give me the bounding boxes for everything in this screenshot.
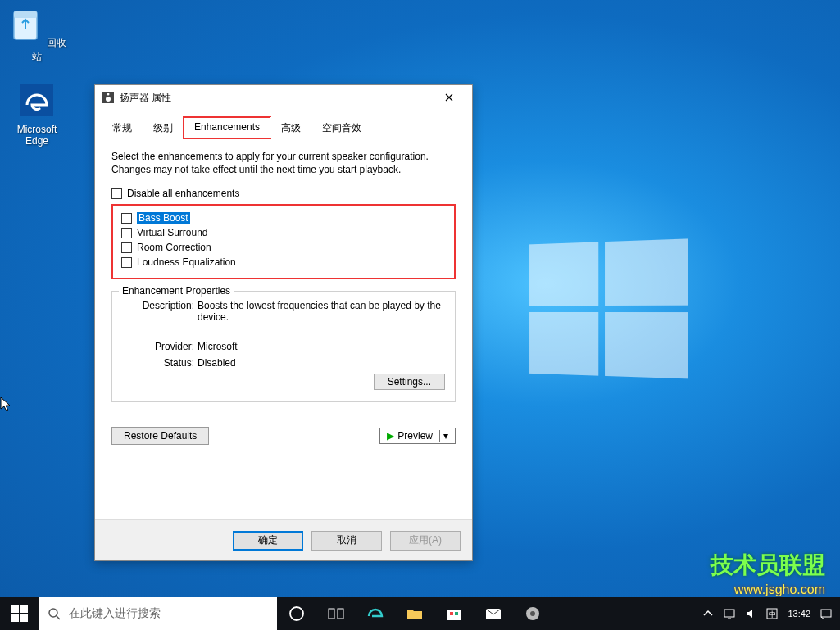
desktop: 回收站 Microsoft Edge 扬声器 属性 常规 级别 Enhancem… xyxy=(0,0,840,630)
checkbox-label: Disable all enhancements xyxy=(127,188,239,199)
recycle-bin-icon xyxy=(7,7,43,43)
ok-button[interactable]: 确定 xyxy=(233,531,303,551)
chevron-down-icon[interactable]: ▾ xyxy=(439,430,452,442)
svg-text:中: 中 xyxy=(769,610,776,619)
svg-rect-14 xyxy=(338,609,343,619)
cortana-icon xyxy=(288,605,306,623)
search-icon xyxy=(48,607,61,620)
tray-network-icon[interactable] xyxy=(724,608,735,619)
settings-button[interactable]: Settings... xyxy=(374,374,445,390)
enhancement-label: Bass Boost xyxy=(137,212,190,224)
tab-content: Select the enhancements to apply for you… xyxy=(95,138,472,519)
task-view-icon xyxy=(327,605,345,623)
play-icon: ▶ xyxy=(387,430,394,442)
svg-rect-15 xyxy=(447,610,461,620)
restore-defaults-button[interactable]: Restore Defaults xyxy=(111,427,209,445)
edge-icon xyxy=(366,605,384,623)
enhancement-label: Loudness Equalization xyxy=(137,256,236,268)
description-value: Boosts the lowest frequencies that can b… xyxy=(198,300,445,323)
checkbox-icon xyxy=(121,213,132,224)
checkbox-icon xyxy=(121,257,132,268)
svg-point-4 xyxy=(106,97,111,102)
enhancement-item-loudness-equalization[interactable]: Loudness Equalization xyxy=(121,256,446,268)
titlebar[interactable]: 扬声器 属性 xyxy=(95,85,472,110)
windows-logo-wallpaper xyxy=(529,238,690,383)
desktop-icon-label: Microsoft Edge xyxy=(7,124,67,147)
desktop-icon-edge[interactable]: Microsoft Edge xyxy=(7,82,67,147)
enhancement-properties-group: Enhancement Properties Description: Boos… xyxy=(111,291,456,402)
svg-point-5 xyxy=(107,93,110,96)
svg-point-20 xyxy=(530,611,535,616)
cortana-button[interactable] xyxy=(277,597,316,630)
preview-button[interactable]: ▶ Preview ▾ xyxy=(379,428,456,444)
group-legend: Enhancement Properties xyxy=(119,285,234,297)
disable-all-enhancements-checkbox[interactable]: Disable all enhancements xyxy=(111,188,456,199)
mouse-cursor-icon xyxy=(0,397,13,413)
tray-notifications-icon[interactable] xyxy=(820,608,832,619)
taskbar-app-store[interactable] xyxy=(434,597,474,630)
close-button[interactable] xyxy=(433,86,465,109)
dialog-footer: 确定 取消 应用(A) xyxy=(95,519,472,560)
svg-point-10 xyxy=(49,609,57,617)
mail-icon xyxy=(484,605,502,623)
svg-rect-21 xyxy=(724,610,734,617)
svg-rect-8 xyxy=(11,614,19,622)
description-label: Description: xyxy=(122,300,198,323)
speaker-properties-dialog: 扬声器 属性 常规 级别 Enhancements 高级 空间音效 Select… xyxy=(94,84,473,561)
speaker-app-icon xyxy=(524,605,542,623)
svg-rect-13 xyxy=(329,609,334,619)
provider-label: Provider: xyxy=(122,341,198,352)
taskbar-app-edge[interactable] xyxy=(356,597,395,630)
checkbox-icon xyxy=(121,228,132,238)
desktop-icon-recycle-bin[interactable]: 回收站 xyxy=(7,7,67,64)
tray-ime-icon[interactable]: 中 xyxy=(766,608,778,619)
svg-rect-7 xyxy=(20,605,28,613)
instructions-text: Select the enhancements to apply for you… xyxy=(111,150,456,176)
watermark-url: www.jsgho.com xyxy=(734,582,825,597)
svg-rect-2 xyxy=(20,84,53,116)
store-icon xyxy=(445,605,463,623)
taskbar-app-settings[interactable] xyxy=(513,597,552,630)
close-icon xyxy=(445,93,453,102)
tab-levels[interactable]: 级别 xyxy=(143,117,184,138)
search-placeholder: 在此键入进行搜索 xyxy=(69,606,161,621)
enhancements-list: Bass Boost Virtual Surround Room Correct… xyxy=(111,204,456,279)
enhancement-item-virtual-surround[interactable]: Virtual Surround xyxy=(121,227,446,238)
enhancement-label: Room Correction xyxy=(137,242,211,253)
start-button[interactable] xyxy=(0,597,39,630)
taskbar-search[interactable]: 在此键入进行搜索 xyxy=(39,597,277,630)
tab-general[interactable]: 常规 xyxy=(102,117,143,138)
svg-rect-17 xyxy=(455,612,458,615)
tab-enhancements[interactable]: Enhancements xyxy=(184,117,270,138)
apply-button[interactable]: 应用(A) xyxy=(390,531,461,551)
tray-volume-icon[interactable] xyxy=(745,608,756,619)
folder-icon xyxy=(406,605,424,623)
tab-spatial-sound[interactable]: 空间音效 xyxy=(311,117,372,138)
cancel-button[interactable]: 取消 xyxy=(311,531,382,551)
svg-rect-16 xyxy=(450,612,453,615)
preview-label: Preview xyxy=(397,430,433,442)
window-title: 扬声器 属性 xyxy=(120,91,433,105)
svg-rect-25 xyxy=(821,610,831,617)
edge-icon xyxy=(19,82,55,118)
tab-advanced[interactable]: 高级 xyxy=(270,117,311,138)
status-label: Status: xyxy=(122,357,198,369)
enhancement-label: Virtual Surround xyxy=(137,227,208,238)
tab-strip: 常规 级别 Enhancements 高级 空间音效 xyxy=(102,116,465,138)
task-view-button[interactable] xyxy=(316,597,356,630)
enhancement-item-room-correction[interactable]: Room Correction xyxy=(121,242,446,253)
watermark-title: 技术员联盟 xyxy=(711,550,825,581)
svg-rect-9 xyxy=(20,614,28,622)
checkbox-icon xyxy=(121,242,132,253)
tray-clock[interactable]: 13:42 xyxy=(788,609,810,619)
windows-icon xyxy=(11,605,29,623)
provider-value: Microsoft xyxy=(198,341,445,352)
taskbar-app-explorer[interactable] xyxy=(395,597,434,630)
taskbar-app-mail[interactable] xyxy=(474,597,513,630)
enhancement-item-bass-boost[interactable]: Bass Boost xyxy=(121,212,446,224)
system-tray: 中 13:42 xyxy=(702,608,840,619)
svg-rect-6 xyxy=(11,605,19,613)
status-value: Disabled xyxy=(198,357,445,369)
tray-chevron-up-icon[interactable] xyxy=(702,608,714,619)
svg-rect-1 xyxy=(14,11,37,18)
